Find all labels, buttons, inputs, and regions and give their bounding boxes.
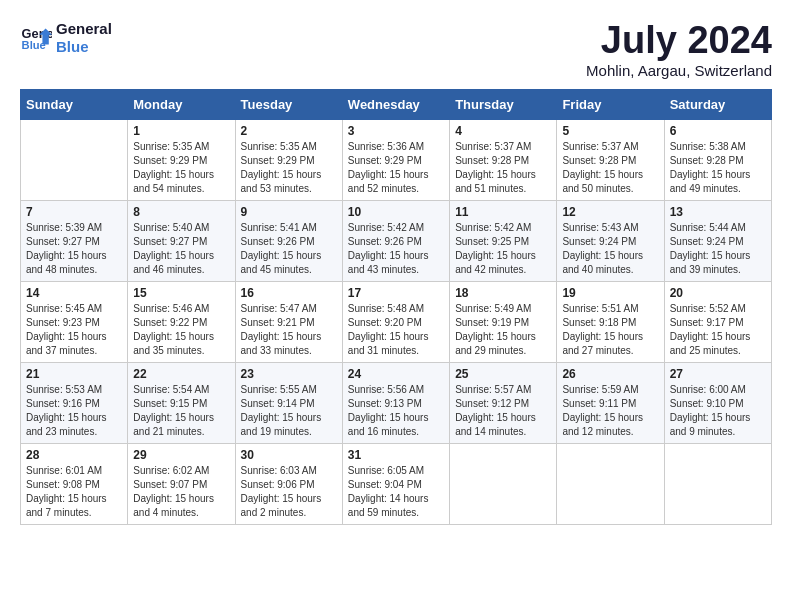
day-info: Sunrise: 5:59 AMSunset: 9:11 PMDaylight:… (562, 383, 658, 439)
day-info: Sunrise: 5:45 AMSunset: 9:23 PMDaylight:… (26, 302, 122, 358)
day-number: 23 (241, 367, 337, 381)
day-number: 11 (455, 205, 551, 219)
calendar-cell: 9Sunrise: 5:41 AMSunset: 9:26 PMDaylight… (235, 200, 342, 281)
day-info: Sunrise: 5:57 AMSunset: 9:12 PMDaylight:… (455, 383, 551, 439)
day-info: Sunrise: 5:42 AMSunset: 9:26 PMDaylight:… (348, 221, 444, 277)
calendar-table: SundayMondayTuesdayWednesdayThursdayFrid… (20, 89, 772, 525)
day-info: Sunrise: 6:00 AMSunset: 9:10 PMDaylight:… (670, 383, 766, 439)
day-info: Sunrise: 6:01 AMSunset: 9:08 PMDaylight:… (26, 464, 122, 520)
day-info: Sunrise: 6:05 AMSunset: 9:04 PMDaylight:… (348, 464, 444, 520)
day-info: Sunrise: 5:42 AMSunset: 9:25 PMDaylight:… (455, 221, 551, 277)
day-number: 25 (455, 367, 551, 381)
day-number: 24 (348, 367, 444, 381)
calendar-cell: 5Sunrise: 5:37 AMSunset: 9:28 PMDaylight… (557, 119, 664, 200)
calendar-cell: 3Sunrise: 5:36 AMSunset: 9:29 PMDaylight… (342, 119, 449, 200)
day-number: 31 (348, 448, 444, 462)
day-info: Sunrise: 5:43 AMSunset: 9:24 PMDaylight:… (562, 221, 658, 277)
weekday-header-friday: Friday (557, 89, 664, 119)
day-number: 14 (26, 286, 122, 300)
calendar-cell: 20Sunrise: 5:52 AMSunset: 9:17 PMDayligh… (664, 281, 771, 362)
weekday-header-row: SundayMondayTuesdayWednesdayThursdayFrid… (21, 89, 772, 119)
calendar-cell: 29Sunrise: 6:02 AMSunset: 9:07 PMDayligh… (128, 443, 235, 524)
day-number: 1 (133, 124, 229, 138)
calendar-cell (450, 443, 557, 524)
day-info: Sunrise: 5:37 AMSunset: 9:28 PMDaylight:… (562, 140, 658, 196)
title-block: July 2024 Mohlin, Aargau, Switzerland (586, 20, 772, 79)
day-number: 17 (348, 286, 444, 300)
day-number: 10 (348, 205, 444, 219)
day-info: Sunrise: 5:39 AMSunset: 9:27 PMDaylight:… (26, 221, 122, 277)
day-info: Sunrise: 5:38 AMSunset: 9:28 PMDaylight:… (670, 140, 766, 196)
day-number: 4 (455, 124, 551, 138)
day-number: 3 (348, 124, 444, 138)
page-header: General Blue General Blue July 2024 Mohl… (20, 20, 772, 79)
day-number: 28 (26, 448, 122, 462)
day-info: Sunrise: 5:36 AMSunset: 9:29 PMDaylight:… (348, 140, 444, 196)
day-info: Sunrise: 5:49 AMSunset: 9:19 PMDaylight:… (455, 302, 551, 358)
calendar-cell: 13Sunrise: 5:44 AMSunset: 9:24 PMDayligh… (664, 200, 771, 281)
day-number: 2 (241, 124, 337, 138)
day-number: 18 (455, 286, 551, 300)
day-info: Sunrise: 5:52 AMSunset: 9:17 PMDaylight:… (670, 302, 766, 358)
calendar-cell: 19Sunrise: 5:51 AMSunset: 9:18 PMDayligh… (557, 281, 664, 362)
day-number: 30 (241, 448, 337, 462)
weekday-header-tuesday: Tuesday (235, 89, 342, 119)
calendar-week-row: 7Sunrise: 5:39 AMSunset: 9:27 PMDaylight… (21, 200, 772, 281)
calendar-cell: 11Sunrise: 5:42 AMSunset: 9:25 PMDayligh… (450, 200, 557, 281)
svg-text:Blue: Blue (22, 39, 46, 51)
day-number: 6 (670, 124, 766, 138)
day-info: Sunrise: 5:44 AMSunset: 9:24 PMDaylight:… (670, 221, 766, 277)
calendar-cell: 28Sunrise: 6:01 AMSunset: 9:08 PMDayligh… (21, 443, 128, 524)
logo-text: General Blue (56, 20, 112, 56)
logo-icon: General Blue (20, 22, 52, 54)
calendar-cell: 16Sunrise: 5:47 AMSunset: 9:21 PMDayligh… (235, 281, 342, 362)
calendar-cell: 14Sunrise: 5:45 AMSunset: 9:23 PMDayligh… (21, 281, 128, 362)
day-info: Sunrise: 5:35 AMSunset: 9:29 PMDaylight:… (133, 140, 229, 196)
calendar-cell: 26Sunrise: 5:59 AMSunset: 9:11 PMDayligh… (557, 362, 664, 443)
weekday-header-wednesday: Wednesday (342, 89, 449, 119)
calendar-cell: 31Sunrise: 6:05 AMSunset: 9:04 PMDayligh… (342, 443, 449, 524)
day-number: 9 (241, 205, 337, 219)
calendar-cell: 4Sunrise: 5:37 AMSunset: 9:28 PMDaylight… (450, 119, 557, 200)
day-number: 16 (241, 286, 337, 300)
day-number: 13 (670, 205, 766, 219)
day-info: Sunrise: 5:54 AMSunset: 9:15 PMDaylight:… (133, 383, 229, 439)
weekday-header-thursday: Thursday (450, 89, 557, 119)
day-info: Sunrise: 5:47 AMSunset: 9:21 PMDaylight:… (241, 302, 337, 358)
calendar-cell (21, 119, 128, 200)
weekday-header-monday: Monday (128, 89, 235, 119)
day-number: 12 (562, 205, 658, 219)
day-info: Sunrise: 5:41 AMSunset: 9:26 PMDaylight:… (241, 221, 337, 277)
day-info: Sunrise: 5:53 AMSunset: 9:16 PMDaylight:… (26, 383, 122, 439)
day-number: 19 (562, 286, 658, 300)
day-info: Sunrise: 5:56 AMSunset: 9:13 PMDaylight:… (348, 383, 444, 439)
day-info: Sunrise: 5:37 AMSunset: 9:28 PMDaylight:… (455, 140, 551, 196)
calendar-cell: 17Sunrise: 5:48 AMSunset: 9:20 PMDayligh… (342, 281, 449, 362)
calendar-cell: 12Sunrise: 5:43 AMSunset: 9:24 PMDayligh… (557, 200, 664, 281)
calendar-cell: 30Sunrise: 6:03 AMSunset: 9:06 PMDayligh… (235, 443, 342, 524)
calendar-cell: 27Sunrise: 6:00 AMSunset: 9:10 PMDayligh… (664, 362, 771, 443)
calendar-cell: 2Sunrise: 5:35 AMSunset: 9:29 PMDaylight… (235, 119, 342, 200)
day-info: Sunrise: 5:51 AMSunset: 9:18 PMDaylight:… (562, 302, 658, 358)
calendar-week-row: 14Sunrise: 5:45 AMSunset: 9:23 PMDayligh… (21, 281, 772, 362)
weekday-header-saturday: Saturday (664, 89, 771, 119)
day-number: 7 (26, 205, 122, 219)
calendar-cell: 23Sunrise: 5:55 AMSunset: 9:14 PMDayligh… (235, 362, 342, 443)
day-info: Sunrise: 6:03 AMSunset: 9:06 PMDaylight:… (241, 464, 337, 520)
day-info: Sunrise: 5:40 AMSunset: 9:27 PMDaylight:… (133, 221, 229, 277)
day-info: Sunrise: 5:48 AMSunset: 9:20 PMDaylight:… (348, 302, 444, 358)
day-number: 27 (670, 367, 766, 381)
calendar-cell: 21Sunrise: 5:53 AMSunset: 9:16 PMDayligh… (21, 362, 128, 443)
day-number: 15 (133, 286, 229, 300)
calendar-week-row: 1Sunrise: 5:35 AMSunset: 9:29 PMDaylight… (21, 119, 772, 200)
calendar-week-row: 28Sunrise: 6:01 AMSunset: 9:08 PMDayligh… (21, 443, 772, 524)
calendar-cell: 22Sunrise: 5:54 AMSunset: 9:15 PMDayligh… (128, 362, 235, 443)
calendar-cell (664, 443, 771, 524)
logo: General Blue General Blue (20, 20, 112, 56)
month-title: July 2024 (586, 20, 772, 62)
calendar-cell: 6Sunrise: 5:38 AMSunset: 9:28 PMDaylight… (664, 119, 771, 200)
day-number: 21 (26, 367, 122, 381)
day-info: Sunrise: 5:55 AMSunset: 9:14 PMDaylight:… (241, 383, 337, 439)
location: Mohlin, Aargau, Switzerland (586, 62, 772, 79)
calendar-cell (557, 443, 664, 524)
